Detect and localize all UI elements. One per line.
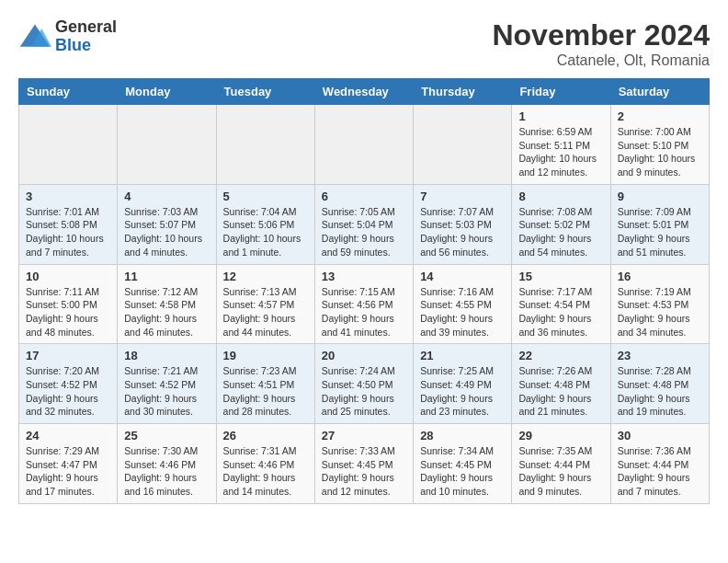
logo: General Blue [18, 18, 117, 55]
day-info: Sunrise: 7:00 AMSunset: 5:10 PMDaylight:… [618, 125, 702, 179]
calendar-cell: 24Sunrise: 7:29 AMSunset: 4:47 PMDayligh… [19, 424, 118, 504]
calendar-cell: 14Sunrise: 7:16 AMSunset: 4:55 PMDayligh… [414, 264, 512, 344]
day-number: 10 [26, 270, 110, 283]
day-info: Sunrise: 7:31 AMSunset: 4:46 PMDaylight:… [223, 444, 308, 499]
calendar-cell [216, 105, 314, 185]
weekday-header: Monday [118, 79, 216, 105]
calendar-cell: 15Sunrise: 7:17 AMSunset: 4:54 PMDayligh… [512, 264, 610, 344]
calendar-cell: 18Sunrise: 7:21 AMSunset: 4:52 PMDayligh… [118, 344, 216, 424]
weekday-header: Friday [512, 79, 610, 105]
calendar-week-row: 1Sunrise: 6:59 AMSunset: 5:11 PMDaylight… [19, 105, 710, 185]
day-info: Sunrise: 7:05 AMSunset: 5:04 PMDaylight:… [322, 205, 406, 259]
calendar-table: SundayMondayTuesdayWednesdayThursdayFrid… [18, 78, 710, 504]
day-number: 12 [223, 270, 308, 283]
day-number: 25 [124, 429, 209, 442]
day-info: Sunrise: 7:13 AMSunset: 4:57 PMDaylight:… [223, 285, 308, 339]
day-info: Sunrise: 7:24 AMSunset: 4:50 PMDaylight:… [322, 364, 406, 419]
day-info: Sunrise: 7:19 AMSunset: 4:53 PMDaylight:… [618, 285, 702, 339]
day-number: 15 [518, 270, 603, 283]
calendar-cell: 12Sunrise: 7:13 AMSunset: 4:57 PMDayligh… [216, 264, 314, 344]
day-info: Sunrise: 7:23 AMSunset: 4:51 PMDaylight:… [223, 364, 308, 419]
title-block: November 2024 Catanele, Olt, Romania [492, 18, 710, 69]
day-number: 3 [26, 190, 110, 203]
day-number: 1 [518, 109, 603, 123]
calendar-week-row: 3Sunrise: 7:01 AMSunset: 5:08 PMDaylight… [19, 184, 710, 264]
day-number: 4 [124, 190, 209, 203]
weekday-header-row: SundayMondayTuesdayWednesdayThursdayFrid… [19, 79, 710, 105]
day-info: Sunrise: 7:03 AMSunset: 5:07 PMDaylight:… [124, 205, 209, 259]
day-info: Sunrise: 7:36 AMSunset: 4:44 PMDaylight:… [618, 444, 702, 499]
day-info: Sunrise: 6:59 AMSunset: 5:11 PMDaylight:… [518, 125, 603, 179]
calendar-cell [414, 105, 512, 185]
location: Catanele, Olt, Romania [492, 52, 710, 69]
calendar-cell: 21Sunrise: 7:25 AMSunset: 4:49 PMDayligh… [414, 344, 512, 424]
day-number: 29 [518, 429, 603, 442]
calendar-cell: 6Sunrise: 7:05 AMSunset: 5:04 PMDaylight… [314, 184, 413, 264]
calendar-cell [19, 105, 118, 185]
calendar-cell: 4Sunrise: 7:03 AMSunset: 5:07 PMDaylight… [118, 184, 216, 264]
day-info: Sunrise: 7:26 AMSunset: 4:48 PMDaylight:… [518, 364, 603, 419]
day-number: 9 [618, 190, 702, 203]
calendar-cell: 30Sunrise: 7:36 AMSunset: 4:44 PMDayligh… [610, 424, 709, 504]
logo-blue: Blue [55, 36, 91, 54]
calendar-cell: 13Sunrise: 7:15 AMSunset: 4:56 PMDayligh… [314, 264, 413, 344]
day-info: Sunrise: 7:35 AMSunset: 4:44 PMDaylight:… [518, 444, 603, 499]
calendar-cell: 26Sunrise: 7:31 AMSunset: 4:46 PMDayligh… [216, 424, 314, 504]
day-number: 2 [618, 109, 702, 123]
day-number: 30 [618, 429, 702, 442]
day-number: 14 [420, 270, 505, 283]
calendar-cell: 25Sunrise: 7:30 AMSunset: 4:46 PMDayligh… [118, 424, 216, 504]
day-number: 18 [124, 349, 209, 362]
calendar-cell: 28Sunrise: 7:34 AMSunset: 4:45 PMDayligh… [414, 424, 512, 504]
day-info: Sunrise: 7:09 AMSunset: 5:01 PMDaylight:… [618, 205, 702, 259]
day-number: 7 [420, 190, 505, 203]
day-number: 22 [518, 349, 603, 362]
weekday-header: Sunday [19, 79, 118, 105]
calendar-cell: 17Sunrise: 7:20 AMSunset: 4:52 PMDayligh… [19, 344, 118, 424]
calendar-cell: 11Sunrise: 7:12 AMSunset: 4:58 PMDayligh… [118, 264, 216, 344]
day-info: Sunrise: 7:12 AMSunset: 4:58 PMDaylight:… [124, 285, 209, 339]
calendar-cell: 1Sunrise: 6:59 AMSunset: 5:11 PMDaylight… [512, 105, 610, 185]
day-info: Sunrise: 7:04 AMSunset: 5:06 PMDaylight:… [223, 205, 308, 259]
calendar-cell: 5Sunrise: 7:04 AMSunset: 5:06 PMDaylight… [216, 184, 314, 264]
calendar-cell: 22Sunrise: 7:26 AMSunset: 4:48 PMDayligh… [512, 344, 610, 424]
calendar-cell: 19Sunrise: 7:23 AMSunset: 4:51 PMDayligh… [216, 344, 314, 424]
day-number: 24 [26, 429, 110, 442]
day-number: 23 [618, 349, 702, 362]
day-info: Sunrise: 7:01 AMSunset: 5:08 PMDaylight:… [26, 205, 110, 259]
day-number: 17 [26, 349, 110, 362]
calendar-week-row: 10Sunrise: 7:11 AMSunset: 5:00 PMDayligh… [19, 264, 710, 344]
day-info: Sunrise: 7:08 AMSunset: 5:02 PMDaylight:… [518, 205, 603, 259]
day-info: Sunrise: 7:07 AMSunset: 5:03 PMDaylight:… [420, 205, 505, 259]
day-info: Sunrise: 7:25 AMSunset: 4:49 PMDaylight:… [420, 364, 505, 419]
day-info: Sunrise: 7:20 AMSunset: 4:52 PMDaylight:… [26, 364, 110, 419]
day-number: 5 [223, 190, 308, 203]
calendar-cell: 16Sunrise: 7:19 AMSunset: 4:53 PMDayligh… [610, 264, 709, 344]
logo-general: General [55, 17, 117, 36]
day-info: Sunrise: 7:15 AMSunset: 4:56 PMDaylight:… [322, 285, 406, 339]
day-info: Sunrise: 7:16 AMSunset: 4:55 PMDaylight:… [420, 285, 505, 339]
weekday-header: Thursday [414, 79, 512, 105]
day-info: Sunrise: 7:33 AMSunset: 4:45 PMDaylight:… [322, 444, 406, 499]
calendar-cell: 8Sunrise: 7:08 AMSunset: 5:02 PMDaylight… [512, 184, 610, 264]
calendar-cell [314, 105, 413, 185]
day-info: Sunrise: 7:11 AMSunset: 5:00 PMDaylight:… [26, 285, 110, 339]
day-number: 19 [223, 349, 308, 362]
day-number: 27 [322, 429, 406, 442]
day-info: Sunrise: 7:30 AMSunset: 4:46 PMDaylight:… [124, 444, 209, 499]
day-number: 28 [420, 429, 505, 442]
month-title: November 2024 [492, 18, 710, 52]
calendar-cell: 7Sunrise: 7:07 AMSunset: 5:03 PMDaylight… [414, 184, 512, 264]
calendar-cell: 20Sunrise: 7:24 AMSunset: 4:50 PMDayligh… [314, 344, 413, 424]
calendar-cell [118, 105, 216, 185]
day-info: Sunrise: 7:28 AMSunset: 4:48 PMDaylight:… [618, 364, 702, 419]
day-info: Sunrise: 7:29 AMSunset: 4:47 PMDaylight:… [26, 444, 110, 499]
calendar-week-row: 17Sunrise: 7:20 AMSunset: 4:52 PMDayligh… [19, 344, 710, 424]
day-number: 8 [518, 190, 603, 203]
day-number: 11 [124, 270, 209, 283]
day-number: 16 [618, 270, 702, 283]
weekday-header: Saturday [610, 79, 709, 105]
weekday-header: Wednesday [314, 79, 413, 105]
logo-icon [18, 20, 51, 53]
calendar-cell: 27Sunrise: 7:33 AMSunset: 4:45 PMDayligh… [314, 424, 413, 504]
